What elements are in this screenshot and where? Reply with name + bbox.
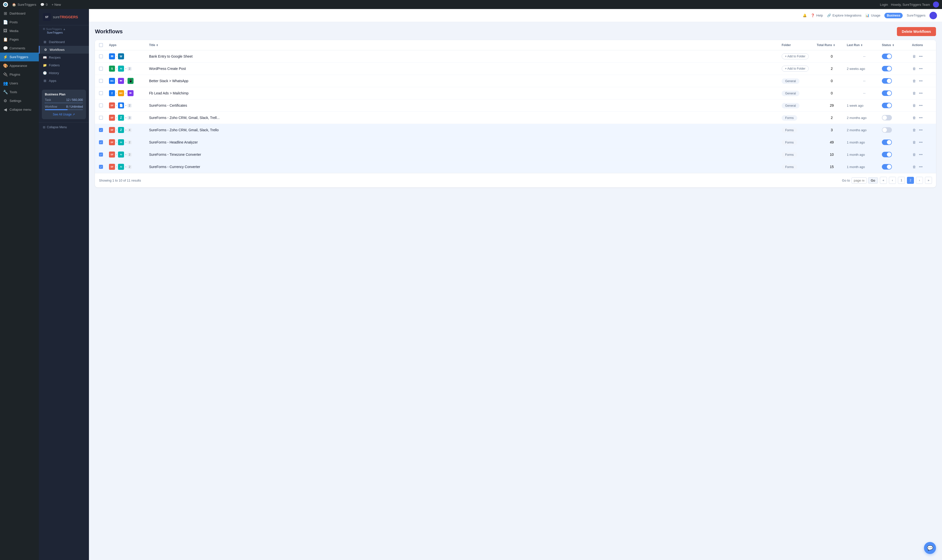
sidebar-item-media[interactable]: 🖼 Media (0, 26, 39, 35)
row9-status[interactable] (882, 152, 912, 157)
plugin-nav-workflows[interactable]: ⚙ Workflows (39, 46, 89, 54)
header-total-runs[interactable]: Total Runs ⇕ (817, 43, 847, 47)
row10-more-btn[interactable]: ••• (919, 164, 923, 169)
see-all-usage-btn[interactable]: See All Usage ↗ (45, 113, 83, 116)
usage-btn[interactable]: 📊 Usage (865, 14, 880, 17)
row9-toggle[interactable] (882, 152, 892, 157)
row1-folder[interactable]: + Add to Folder (782, 53, 817, 59)
row10-delete-btn[interactable]: 🗑 (912, 164, 916, 169)
page-1-btn[interactable]: 1 (898, 177, 905, 184)
row2-more-btn[interactable]: ••• (919, 66, 923, 71)
chat-bubble[interactable]: 💬 (924, 542, 936, 554)
row6-delete-btn[interactable]: 🗑 (912, 115, 916, 120)
row9-more-btn[interactable]: ••• (919, 152, 923, 157)
row6-more-btn[interactable]: ••• (919, 115, 923, 120)
row5-more-btn[interactable]: ••• (919, 103, 923, 108)
row4-more-btn[interactable]: ••• (919, 91, 923, 96)
row4-checkbox[interactable] (99, 91, 103, 95)
add-to-folder-btn-2[interactable]: + Add to Folder (782, 66, 809, 72)
site-name-item[interactable]: 🏠 SureTriggers (12, 3, 36, 6)
row9-folder-tag[interactable]: Forms (782, 152, 797, 157)
user-avatar[interactable] (930, 12, 937, 19)
row6-title[interactable]: SureForms - Zoho CRM, Gmail, Slack, Trel… (149, 116, 782, 120)
row10-checkbox[interactable] (99, 165, 103, 169)
row10-status[interactable] (882, 164, 912, 169)
row1-toggle[interactable] (882, 54, 892, 59)
row10-toggle[interactable] (882, 164, 892, 169)
row8-more-btn[interactable]: ••• (919, 140, 923, 145)
plugin-nav-dashboard[interactable]: ⊞ Dashboard (39, 38, 89, 46)
row2-toggle[interactable] (882, 66, 892, 71)
admin-avatar[interactable] (933, 2, 939, 8)
row4-folder-tag[interactable]: General (782, 91, 799, 96)
select-all-checkbox[interactable] (99, 43, 103, 47)
explore-btn[interactable]: 🔗 Explore Integrations (827, 14, 862, 17)
row4-delete-btn[interactable]: 🗑 (912, 91, 916, 96)
row2-folder[interactable]: + Add to Folder (782, 66, 817, 72)
row8-toggle[interactable] (882, 140, 892, 145)
row7-folder-tag[interactable]: Forms (782, 128, 797, 133)
row1-title[interactable]: Bank Entry to Google Sheet (149, 54, 782, 58)
row2-checkbox[interactable] (99, 67, 103, 71)
row3-toggle[interactable] (882, 78, 892, 84)
row5-folder-tag[interactable]: General (782, 103, 799, 108)
user-name[interactable]: SureTriggers (907, 14, 925, 17)
comments-item[interactable]: 💬 0 (40, 3, 48, 6)
sidebar-item-appearance[interactable]: 🎨 Appearance (0, 62, 39, 70)
delete-workflows-button[interactable]: Delete Workflows (897, 27, 936, 36)
row7-title[interactable]: SureForms - Zoho CRM, Gmail, Slack, Trel… (149, 128, 782, 132)
row4-title[interactable]: Fb Lead Ads > Mailchimp (149, 91, 782, 95)
sidebar-item-suretriggers[interactable]: ⚡ SureTriggers (0, 52, 39, 62)
row3-status[interactable] (882, 78, 912, 84)
row1-delete-btn[interactable]: 🗑 (912, 54, 916, 59)
add-to-folder-btn-1[interactable]: + Add to Folder (782, 53, 809, 59)
row4-toggle[interactable] (882, 91, 892, 96)
row5-checkbox[interactable] (99, 103, 103, 108)
header-last-run[interactable]: Last Run ⇕ (847, 43, 882, 47)
row3-more-btn[interactable]: ••• (919, 78, 923, 83)
row5-title[interactable]: SureForms - Certificates (149, 103, 782, 108)
row10-folder-tag[interactable]: Forms (782, 164, 797, 170)
row9-checkbox[interactable] (99, 152, 103, 157)
sidebar-item-pages[interactable]: 📋 Pages (0, 35, 39, 44)
row8-folder-tag[interactable]: Forms (782, 140, 797, 145)
sidebar-item-tools[interactable]: 🔧 Tools (0, 88, 39, 97)
notification-btn[interactable]: 🔔 (803, 14, 807, 17)
row5-toggle[interactable] (882, 103, 892, 108)
plugin-nav-history[interactable]: 🕐 History (39, 69, 89, 77)
row7-toggle[interactable] (882, 127, 892, 133)
row8-checkbox[interactable] (99, 140, 103, 144)
plugin-nav-recipes[interactable]: 📖 Recipes (39, 54, 89, 62)
sidebar-item-posts[interactable]: 📄 Posts (0, 18, 39, 26)
row7-checkbox[interactable] (99, 128, 103, 132)
row8-status[interactable] (882, 140, 912, 145)
help-btn[interactable]: ❓ Help (811, 14, 823, 17)
sidebar-item-comments[interactable]: 💬 Comments (0, 44, 39, 52)
sidebar-item-users[interactable]: 👥 Users (0, 79, 39, 88)
row9-delete-btn[interactable]: 🗑 (912, 152, 916, 157)
row7-more-btn[interactable]: ••• (919, 128, 923, 132)
goto-input[interactable] (851, 177, 867, 183)
row1-more-btn[interactable]: ••• (919, 54, 923, 59)
page-2-btn[interactable]: 2 (907, 177, 914, 184)
row5-status[interactable] (882, 103, 912, 108)
row1-checkbox[interactable] (99, 54, 103, 58)
row8-delete-btn[interactable]: 🗑 (912, 140, 916, 145)
row7-status[interactable] (882, 127, 912, 133)
row6-status[interactable] (882, 115, 912, 120)
next-page-btn[interactable]: › (916, 177, 923, 184)
row7-delete-btn[interactable]: 🗑 (912, 128, 916, 132)
row2-status[interactable] (882, 66, 912, 71)
row6-checkbox[interactable] (99, 116, 103, 120)
sidebar-item-dashboard[interactable]: ⊞ Dashboard (0, 9, 39, 18)
expand-icon[interactable]: ▲ (63, 28, 66, 31)
row3-checkbox[interactable] (99, 79, 103, 83)
sidebar-item-settings[interactable]: ⚙ Settings (0, 97, 39, 105)
new-item[interactable]: + New (52, 3, 61, 6)
wp-logo-item[interactable]: W (3, 2, 8, 7)
last-page-btn[interactable]: » (925, 177, 932, 184)
prev-page-btn[interactable]: ‹ (889, 177, 896, 184)
sidebar-item-plugins[interactable]: 🔌 Plugins (0, 70, 39, 79)
row2-title[interactable]: WordPress Create Post (149, 67, 782, 71)
business-badge[interactable]: Business (884, 13, 903, 18)
